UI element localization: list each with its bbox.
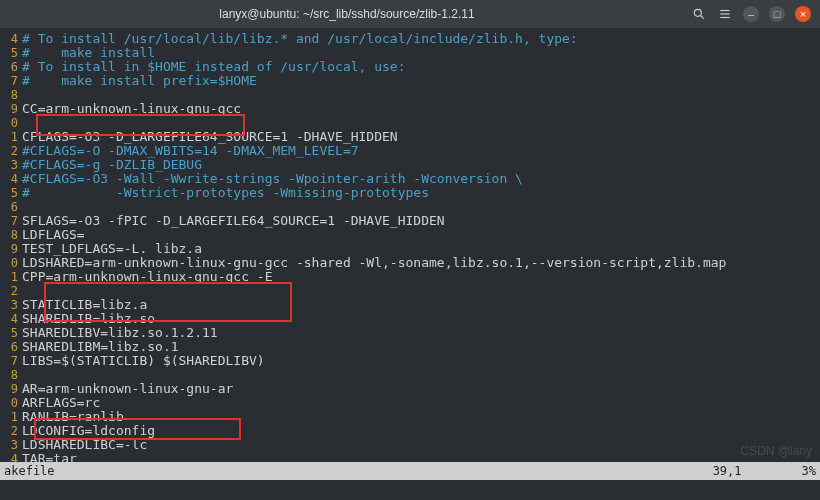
- code-line: CFLAGS=-O3 -D_LARGEFILE64_SOURCE=1 -DHAV…: [22, 130, 820, 144]
- window-buttons: – □ ×: [688, 3, 814, 25]
- code-line: LDCONFIG=ldconfig: [22, 424, 820, 438]
- code-line: # To install in $HOME instead of /usr/lo…: [22, 60, 820, 74]
- code-line: LDSHAREDLIBC=-lc: [22, 438, 820, 452]
- line-number: 3: [0, 158, 18, 172]
- status-filename: akefile: [4, 464, 55, 478]
- watermark: CSDN @lany: [740, 444, 812, 458]
- svg-point-0: [694, 9, 701, 16]
- status-position: 39,1: [713, 464, 742, 478]
- close-button[interactable]: ×: [792, 3, 814, 25]
- code-line: LDSHARED=arm-unknown-linux-gnu-gcc -shar…: [22, 256, 820, 270]
- code-line: ARFLAGS=rc: [22, 396, 820, 410]
- line-number: 0: [0, 256, 18, 270]
- code-area[interactable]: # To install /usr/local/lib/libz.* and /…: [22, 28, 820, 466]
- line-number: 9: [0, 382, 18, 396]
- line-number: 9: [0, 102, 18, 116]
- line-number: 4: [0, 312, 18, 326]
- window-title: lanyx@ubuntu: ~/src_lib/sshd/source/zlib…: [6, 7, 688, 21]
- editor-pane[interactable]: 4567890123456789012345678901234 # To ins…: [0, 28, 820, 480]
- code-line: CC=arm-unknown-linux-gnu-gcc: [22, 102, 820, 116]
- code-line: [22, 200, 820, 214]
- line-number: 1: [0, 270, 18, 284]
- code-line: [22, 88, 820, 102]
- code-line: SFLAGS=-O3 -fPIC -D_LARGEFILE64_SOURCE=1…: [22, 214, 820, 228]
- status-percent: 3%: [802, 464, 816, 478]
- line-number: 7: [0, 74, 18, 88]
- maximize-button[interactable]: □: [766, 3, 788, 25]
- code-line: # -Wstrict-prototypes -Wmissing-prototyp…: [22, 186, 820, 200]
- line-number: 7: [0, 214, 18, 228]
- line-number: 4: [0, 32, 18, 46]
- svg-line-1: [701, 16, 704, 19]
- line-number: 5: [0, 46, 18, 60]
- code-line: SHAREDLIBV=libz.so.1.2.11: [22, 326, 820, 340]
- code-line: # make install: [22, 46, 820, 60]
- code-line: TEST_LDFLAGS=-L. libz.a: [22, 242, 820, 256]
- code-line: [22, 116, 820, 130]
- line-number: 8: [0, 228, 18, 242]
- line-number: 1: [0, 410, 18, 424]
- code-line: [22, 368, 820, 382]
- code-line: LIBS=$(STATICLIB) $(SHAREDLIBV): [22, 354, 820, 368]
- titlebar: lanyx@ubuntu: ~/src_lib/sshd/source/zlib…: [0, 0, 820, 28]
- code-line: # To install /usr/local/lib/libz.* and /…: [22, 32, 820, 46]
- code-line: RANLIB=ranlib: [22, 410, 820, 424]
- hamburger-icon[interactable]: [714, 3, 736, 25]
- code-line: LDFLAGS=: [22, 228, 820, 242]
- line-number: 0: [0, 396, 18, 410]
- code-line: CPP=arm-unknown-linux-gnu-gcc -E: [22, 270, 820, 284]
- minimize-button[interactable]: –: [740, 3, 762, 25]
- code-line: #CFLAGS=-O3 -Wall -Wwrite-strings -Wpoin…: [22, 172, 820, 186]
- line-number: 6: [0, 200, 18, 214]
- line-number: 9: [0, 242, 18, 256]
- line-number: 7: [0, 354, 18, 368]
- code-line: AR=arm-unknown-linux-gnu-ar: [22, 382, 820, 396]
- line-number: 1: [0, 130, 18, 144]
- line-number: 6: [0, 340, 18, 354]
- line-number: 3: [0, 438, 18, 452]
- line-number: 8: [0, 88, 18, 102]
- code-line: # make install prefix=$HOME: [22, 74, 820, 88]
- line-number: 4: [0, 172, 18, 186]
- line-number: 5: [0, 326, 18, 340]
- line-number: 8: [0, 368, 18, 382]
- line-number: 0: [0, 116, 18, 130]
- code-line: SHAREDLIB=libz.so: [22, 312, 820, 326]
- line-number: 6: [0, 60, 18, 74]
- line-number: 3: [0, 298, 18, 312]
- line-number: 2: [0, 424, 18, 438]
- code-line: [22, 284, 820, 298]
- line-number: 2: [0, 284, 18, 298]
- line-number: 2: [0, 144, 18, 158]
- line-number: 5: [0, 186, 18, 200]
- code-line: #CFLAGS=-g -DZLIB_DEBUG: [22, 158, 820, 172]
- code-line: STATICLIB=libz.a: [22, 298, 820, 312]
- code-line: #CFLAGS=-O -DMAX_WBITS=14 -DMAX_MEM_LEVE…: [22, 144, 820, 158]
- status-bar: akefile 39,1 3%: [0, 462, 820, 480]
- code-line: SHAREDLIBM=libz.so.1: [22, 340, 820, 354]
- line-gutter: 4567890123456789012345678901234: [0, 28, 18, 466]
- search-icon[interactable]: [688, 3, 710, 25]
